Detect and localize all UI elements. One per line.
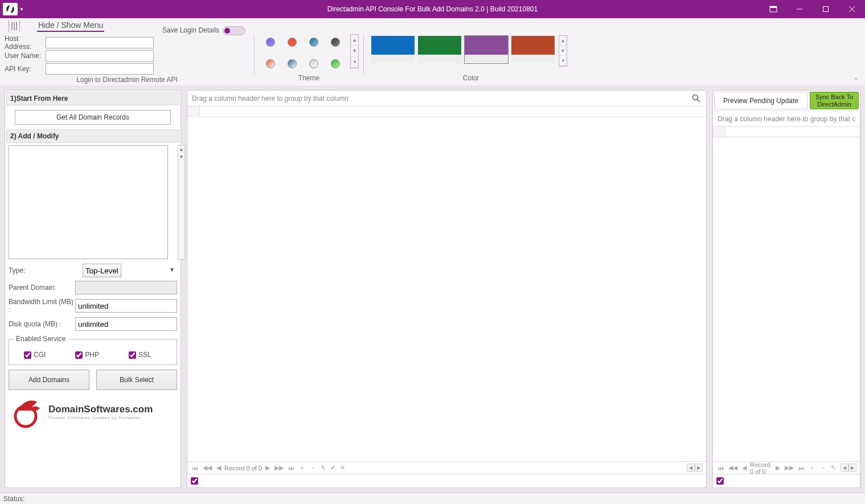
- user-name-label: User Name:: [5, 52, 46, 60]
- r-hscroll-right-icon[interactable]: ▶: [848, 464, 856, 472]
- theme-item-2[interactable]: [288, 38, 297, 47]
- disk-quota-input[interactable]: [75, 317, 177, 331]
- hide-show-menu-tab[interactable]: Hide / Show Menu: [37, 21, 104, 32]
- nav-end-edit-icon[interactable]: ✔: [329, 464, 337, 472]
- sync-back-button[interactable]: Sync Back To DirectAdmin: [810, 92, 859, 109]
- r-nav-remove-icon[interactable]: －: [819, 464, 827, 472]
- color-gallery-down-icon[interactable]: ▼: [559, 46, 567, 56]
- r-nav-prev-page-icon[interactable]: ◀◀: [727, 464, 739, 472]
- gallery-dropdown-icon[interactable]: ▾: [351, 57, 358, 68]
- minimize-button[interactable]: [786, 0, 813, 18]
- api-key-label: API Key:: [5, 65, 46, 73]
- scroll-down-icon[interactable]: ▼: [178, 153, 185, 161]
- r-nav-prev-icon[interactable]: ◀: [741, 464, 748, 472]
- app-icon[interactable]: [3, 3, 18, 15]
- ribbon-display-button[interactable]: [760, 0, 786, 18]
- nav-first-icon[interactable]: ⏮: [191, 465, 199, 472]
- ssl-checkbox[interactable]: [129, 351, 136, 359]
- r-nav-next-page-icon[interactable]: ▶▶: [784, 464, 795, 472]
- save-login-label: Save Login Details: [162, 26, 219, 34]
- status-bar: Status:: [0, 493, 865, 504]
- right-panel: Preview Pending Update Sync Back To Dire…: [712, 90, 860, 488]
- color-swatch-blue[interactable]: [371, 35, 415, 64]
- theme-item-3[interactable]: [309, 38, 318, 47]
- main-grid-select-all-checkbox[interactable]: [191, 477, 198, 485]
- theme-gallery[interactable]: [259, 34, 349, 68]
- right-grid-group-panel[interactable]: Drag a column header here to group by th…: [713, 111, 860, 127]
- column-chooser-icon[interactable]: [9, 21, 20, 32]
- host-address-label: Host Address:: [5, 35, 46, 51]
- section-2-header: 2) Add / Modify: [6, 129, 179, 143]
- row-indicator-header[interactable]: [187, 106, 200, 116]
- php-checkbox[interactable]: [75, 351, 83, 359]
- nav-remove-icon[interactable]: －: [309, 464, 317, 472]
- color-gallery-spinner[interactable]: ▲ ▼ ▾: [559, 35, 567, 67]
- title-bar: ▼ Directadmin API Console For Bulk Add D…: [0, 0, 865, 18]
- bulk-select-button[interactable]: Bulk Select: [96, 370, 177, 390]
- r-nav-edit-icon[interactable]: ✎: [830, 464, 837, 472]
- right-row-indicator-header[interactable]: [713, 127, 725, 137]
- scroll-up-icon[interactable]: ▲: [178, 146, 185, 153]
- gallery-down-icon[interactable]: ▼: [351, 46, 358, 56]
- theme-item-4[interactable]: [331, 38, 340, 47]
- user-name-input[interactable]: [46, 50, 154, 62]
- domains-textarea[interactable]: [9, 145, 168, 259]
- theme-item-8[interactable]: [331, 59, 340, 68]
- nav-cancel-edit-icon[interactable]: ✕: [339, 464, 346, 472]
- cgi-label: CGI: [34, 351, 46, 359]
- color-gallery-dropdown-icon[interactable]: ▾: [559, 56, 567, 66]
- main-grid-group-panel[interactable]: Drag a column header here to group by th…: [187, 91, 706, 106]
- bandwidth-input[interactable]: [75, 299, 177, 313]
- api-key-input[interactable]: [46, 63, 154, 75]
- r-nav-last-icon[interactable]: ⏭: [797, 465, 806, 472]
- r-nav-next-icon[interactable]: ▶: [774, 464, 781, 472]
- type-select[interactable]: Top-Level: [83, 264, 121, 277]
- theme-item-1[interactable]: [266, 38, 275, 47]
- collapse-ribbon-icon[interactable]: ⌃: [854, 77, 858, 83]
- color-swatch-red[interactable]: [511, 35, 555, 64]
- get-all-domain-records-button[interactable]: Get All Domain Records: [15, 110, 171, 125]
- qat-dropdown-icon[interactable]: ▼: [19, 7, 24, 12]
- close-button[interactable]: [839, 0, 865, 18]
- logo-icon: D: [9, 395, 43, 429]
- textarea-scrollbar[interactable]: ▲ ▼: [178, 145, 185, 260]
- maximize-button[interactable]: [813, 0, 839, 18]
- main-grid-body[interactable]: [187, 117, 706, 461]
- cgi-checkbox[interactable]: [24, 351, 31, 359]
- save-login-toggle[interactable]: [223, 26, 245, 35]
- gallery-up-icon[interactable]: ▲: [351, 35, 358, 46]
- theme-gallery-spinner[interactable]: ▲ ▼ ▾: [350, 34, 359, 68]
- color-gallery[interactable]: [368, 34, 557, 64]
- nav-edit-icon[interactable]: ✎: [319, 464, 327, 472]
- logo-area: D DomainSoftwares.com Domain Softwares C…: [9, 395, 177, 429]
- theme-item-5[interactable]: [266, 59, 275, 68]
- nav-last-icon[interactable]: ⏭: [287, 465, 296, 472]
- nav-prev-icon[interactable]: ◀: [215, 464, 222, 472]
- host-address-input[interactable]: [46, 37, 154, 48]
- r-nav-first-icon[interactable]: ⏮: [716, 465, 725, 472]
- add-domains-button[interactable]: Add Domains: [9, 370, 89, 390]
- theme-item-6[interactable]: [288, 59, 297, 68]
- r-nav-append-icon[interactable]: ＋: [808, 464, 817, 472]
- enabled-service-legend: Enabled Service: [14, 335, 68, 343]
- search-icon[interactable]: [692, 94, 700, 104]
- color-gallery-up-icon[interactable]: ▲: [559, 36, 567, 46]
- ribbon-body: Host Address: User Name: API Key: Save L…: [0, 32, 865, 85]
- r-hscroll-left-icon[interactable]: ◀: [841, 464, 848, 472]
- right-grid-body[interactable]: [713, 137, 860, 461]
- theme-item-7[interactable]: [309, 59, 318, 68]
- theme-group-caption: Theme: [259, 74, 359, 84]
- right-record-counter: Record 0 of 0: [750, 461, 772, 475]
- main-grid-navigator: ⏮ ◀◀ ◀ Record 0 of 0 ▶ ▶▶ ⏭ ＋ － ✎ ✔ ✕ ◀ …: [187, 461, 706, 474]
- right-grid-select-all-checkbox[interactable]: [716, 477, 724, 485]
- main-grid-footer: [187, 474, 706, 487]
- nav-next-icon[interactable]: ▶: [264, 464, 271, 472]
- svg-point-8: [693, 95, 698, 100]
- nav-prev-page-icon[interactable]: ◀◀: [202, 464, 213, 472]
- hscroll-left-icon[interactable]: ◀: [687, 464, 695, 472]
- nav-append-icon[interactable]: ＋: [298, 464, 306, 472]
- color-swatch-green[interactable]: [417, 35, 462, 64]
- color-swatch-purple[interactable]: [464, 35, 509, 64]
- hscroll-right-icon[interactable]: ▶: [695, 464, 703, 472]
- nav-next-page-icon[interactable]: ▶▶: [273, 464, 285, 472]
